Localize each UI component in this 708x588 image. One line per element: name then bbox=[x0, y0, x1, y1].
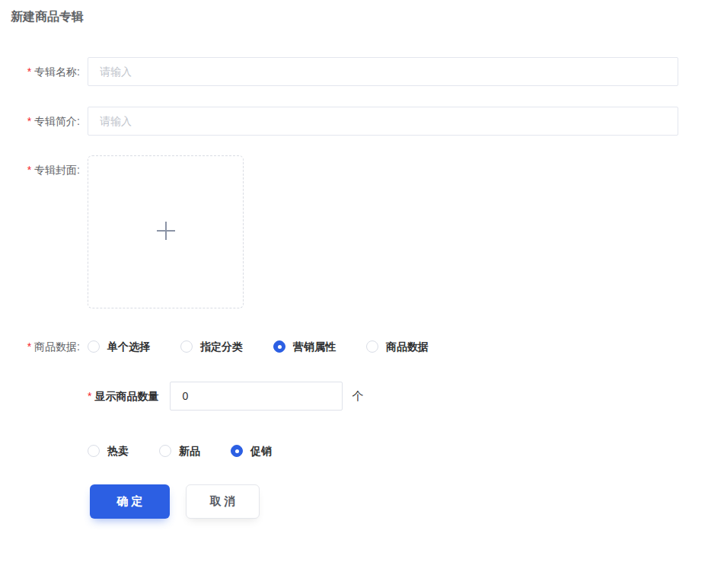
radio-marketing-attribute[interactable]: 营销属性 bbox=[273, 338, 336, 355]
album-intro-label-text: 专辑简介: bbox=[34, 115, 80, 127]
required-asterisk: * bbox=[27, 340, 31, 353]
radio-circle-icon bbox=[231, 445, 243, 457]
required-asterisk: * bbox=[27, 164, 31, 176]
form-row-album-cover: *专辑封面: bbox=[0, 155, 244, 308]
form-row-display-count: *显示商品数量 个 bbox=[88, 382, 363, 411]
album-intro-label: *专辑简介: bbox=[0, 107, 80, 136]
display-count-label: *显示商品数量 bbox=[88, 382, 158, 411]
radio-label: 营销属性 bbox=[293, 338, 336, 355]
radio-promotion[interactable]: 促销 bbox=[231, 443, 272, 459]
new-album-form-page: 新建商品专辑 *专辑名称: *专辑简介: *专辑封面: *商 bbox=[0, 0, 708, 588]
radio-circle-icon bbox=[88, 340, 100, 353]
marketing-tags-radio-group: 热卖 新品 促销 bbox=[88, 443, 302, 459]
radio-label: 指定分类 bbox=[200, 338, 243, 355]
album-name-input[interactable] bbox=[88, 57, 678, 86]
required-asterisk: * bbox=[88, 390, 91, 402]
album-name-label: *专辑名称: bbox=[0, 57, 80, 86]
required-asterisk: * bbox=[27, 115, 31, 127]
display-count-label-text: 显示商品数量 bbox=[94, 390, 158, 402]
cancel-button[interactable]: 取 消 bbox=[186, 484, 260, 519]
album-cover-label: *专辑封面: bbox=[0, 155, 80, 184]
form-row-album-intro: *专辑简介: bbox=[0, 107, 678, 136]
page-title: 新建商品专辑 bbox=[11, 8, 84, 25]
radio-circle-icon bbox=[180, 340, 193, 353]
radio-label: 单个选择 bbox=[107, 338, 150, 355]
product-data-radio-group: 单个选择 指定分类 营销属性 商品数据 bbox=[88, 338, 459, 355]
album-cover-label-text: 专辑封面: bbox=[34, 164, 80, 176]
radio-assigned-category[interactable]: 指定分类 bbox=[180, 338, 243, 355]
radio-label: 促销 bbox=[250, 443, 272, 459]
count-unit: 个 bbox=[352, 382, 363, 411]
required-asterisk: * bbox=[27, 66, 31, 78]
radio-label: 新品 bbox=[179, 443, 200, 459]
form-actions: 确 定 取 消 bbox=[90, 484, 260, 519]
form-row-product-data: *商品数据: 单个选择 指定分类 营销属性 商品数据 bbox=[0, 338, 459, 355]
radio-circle-icon bbox=[88, 445, 100, 457]
confirm-button[interactable]: 确 定 bbox=[90, 484, 170, 519]
album-intro-input[interactable] bbox=[88, 107, 678, 136]
plus-icon bbox=[155, 219, 177, 245]
product-data-label-text: 商品数据: bbox=[34, 340, 80, 353]
radio-label: 商品数据 bbox=[386, 338, 429, 355]
radio-single-select[interactable]: 单个选择 bbox=[88, 338, 150, 355]
form-row-album-name: *专辑名称: bbox=[0, 57, 678, 86]
radio-new-product[interactable]: 新品 bbox=[159, 443, 200, 459]
radio-label: 热卖 bbox=[107, 443, 129, 459]
radio-circle-icon bbox=[159, 445, 171, 457]
radio-circle-icon bbox=[366, 340, 378, 353]
album-name-label-text: 专辑名称: bbox=[34, 66, 80, 78]
radio-hot-sale[interactable]: 热卖 bbox=[88, 443, 129, 459]
radio-circle-icon bbox=[273, 340, 285, 353]
display-count-input[interactable] bbox=[170, 382, 343, 411]
product-data-label: *商品数据: bbox=[0, 338, 80, 355]
radio-product-data[interactable]: 商品数据 bbox=[366, 338, 429, 355]
form-row-marketing-tags: 热卖 新品 促销 bbox=[88, 443, 302, 459]
cover-upload-area[interactable] bbox=[88, 155, 244, 308]
